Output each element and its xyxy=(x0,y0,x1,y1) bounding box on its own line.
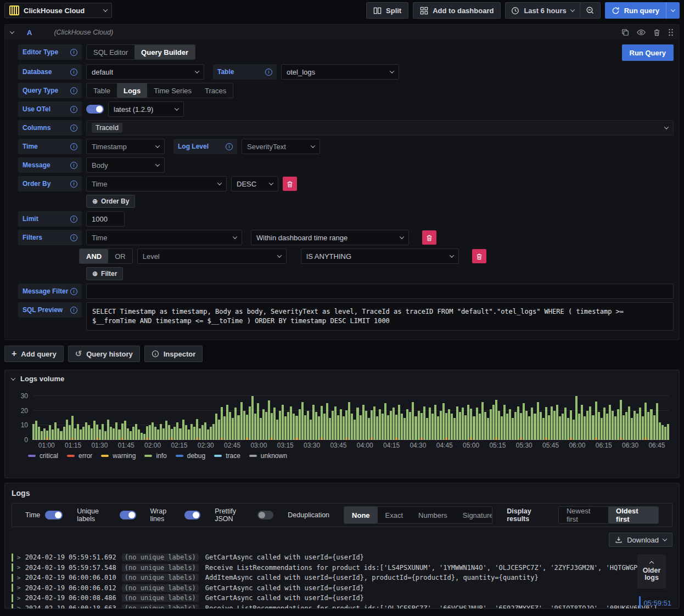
log-volume-bar[interactable] xyxy=(445,413,447,440)
log-volume-bar[interactable] xyxy=(193,427,195,440)
expand-log-icon[interactable]: > xyxy=(17,574,21,581)
log-volume-bar[interactable] xyxy=(240,402,243,440)
log-volume-bar[interactable] xyxy=(199,428,201,440)
log-volume-bar[interactable] xyxy=(603,408,605,440)
log-volume-bar[interactable] xyxy=(656,403,658,440)
legend-item-warning[interactable]: warning xyxy=(101,452,136,460)
log-volume-bar[interactable] xyxy=(476,408,478,440)
add-to-dashboard-button[interactable]: Add to dashboard xyxy=(413,2,501,19)
log-volume-bar[interactable] xyxy=(60,431,62,440)
expand-log-icon[interactable]: > xyxy=(17,604,21,609)
info-icon[interactable] xyxy=(70,288,77,295)
use-otel-toggle[interactable] xyxy=(86,105,104,114)
log-volume-bar[interactable] xyxy=(121,423,124,440)
log-volume-bar[interactable] xyxy=(127,428,129,440)
log-volume-bar[interactable] xyxy=(631,418,633,440)
log-volume-bar[interactable] xyxy=(212,424,215,440)
log-volume-bar[interactable] xyxy=(118,429,120,440)
log-volume-bar[interactable] xyxy=(188,429,190,440)
signature-option[interactable]: Signature xyxy=(455,507,492,523)
legend-item-trace[interactable]: trace xyxy=(214,452,240,460)
time-range-picker[interactable]: Last 6 hours xyxy=(506,3,579,18)
info-icon[interactable] xyxy=(226,143,233,150)
log-volume-bar[interactable] xyxy=(96,425,98,440)
info-icon[interactable] xyxy=(70,69,77,76)
order-by-direction-select[interactable]: DESC xyxy=(231,176,278,191)
run-query-panel-button[interactable]: Run Query xyxy=(622,44,674,61)
log-volume-bar[interactable] xyxy=(130,431,132,440)
log-volume-bar[interactable] xyxy=(429,408,431,440)
prettify-json-toggle[interactable] xyxy=(257,511,273,519)
split-button[interactable]: Split xyxy=(366,2,408,19)
log-volume-bar[interactable] xyxy=(215,414,217,440)
log-volume-bar[interactable] xyxy=(373,406,375,440)
log-volume-bar[interactable] xyxy=(540,412,542,440)
query-history-button[interactable]: ↺ Query history xyxy=(68,346,140,362)
log-volume-bar[interactable] xyxy=(218,420,220,440)
log-volume-bar[interactable] xyxy=(102,424,104,440)
log-volume-bar[interactable] xyxy=(168,425,170,440)
log-volume-bar[interactable] xyxy=(304,415,306,440)
log-volume-bar[interactable] xyxy=(74,428,76,440)
column-chip[interactable]: TraceId xyxy=(92,123,122,133)
log-volume-bar[interactable] xyxy=(601,418,603,440)
log-volume-bar[interactable] xyxy=(337,415,339,440)
logs-option[interactable]: Logs xyxy=(117,83,147,98)
log-volume-bar[interactable] xyxy=(249,406,251,440)
log-volume-bar[interactable] xyxy=(63,427,65,440)
log-volume-bar[interactable] xyxy=(573,420,575,440)
logs-volume-chart[interactable]: 0102030 xyxy=(32,392,669,440)
log-volume-bar[interactable] xyxy=(481,402,484,440)
log-volume-bar[interactable] xyxy=(639,408,641,440)
log-volume-bar[interactable] xyxy=(575,396,578,440)
log-volume-bar[interactable] xyxy=(376,416,378,440)
log-volume-bar[interactable] xyxy=(113,428,115,440)
log-volume-bar[interactable] xyxy=(135,424,137,440)
log-volume-bar[interactable] xyxy=(462,408,464,440)
log-volume-bar[interactable] xyxy=(368,418,370,440)
log-volume-bar[interactable] xyxy=(351,414,353,440)
log-volume-bar[interactable] xyxy=(559,416,561,440)
log-volume-bar[interactable] xyxy=(421,413,423,440)
log-volume-bar[interactable] xyxy=(661,425,664,440)
collapse-logs-volume-icon[interactable] xyxy=(11,376,15,380)
log-volume-bar[interactable] xyxy=(501,416,503,440)
add-order-by-button[interactable]: ⊕ Order By xyxy=(86,195,135,208)
datasource-picker[interactable]: ClickHouse Cloud xyxy=(4,3,112,18)
log-volume-bar[interactable] xyxy=(132,427,134,440)
log-volume-bar[interactable] xyxy=(221,407,223,440)
info-icon[interactable] xyxy=(70,143,77,150)
info-icon[interactable] xyxy=(70,234,77,241)
zoom-out-time-button[interactable] xyxy=(580,3,600,18)
filter-field-select[interactable]: Time xyxy=(86,230,242,245)
log-volume-bar[interactable] xyxy=(237,415,239,440)
legend-item-unknown[interactable]: unknown xyxy=(249,452,287,460)
sub-filter-field-select[interactable]: Level xyxy=(137,248,287,264)
log-volume-bar[interactable] xyxy=(46,431,48,440)
log-volume-bar[interactable] xyxy=(82,427,85,440)
message-column-select[interactable]: Body xyxy=(86,157,165,173)
log-volume-bar[interactable] xyxy=(403,418,406,440)
or-option[interactable]: OR xyxy=(108,249,132,263)
log-volume-bar[interactable] xyxy=(182,420,184,440)
log-volume-bar[interactable] xyxy=(644,403,647,440)
log-volume-bar[interactable] xyxy=(257,403,259,440)
remove-sub-filter-button[interactable] xyxy=(472,249,486,263)
unique-labels-toggle[interactable] xyxy=(120,511,136,519)
log-row[interactable]: >2024-02-19 06:00:18.663(no unique label… xyxy=(12,603,672,609)
info-icon[interactable] xyxy=(265,69,272,76)
log-volume-bar[interactable] xyxy=(589,406,591,440)
log-volume-bar[interactable] xyxy=(437,416,439,440)
legend-item-error[interactable]: error xyxy=(67,452,92,460)
log-volume-bar[interactable] xyxy=(190,424,193,440)
log-volume-bar[interactable] xyxy=(664,427,666,440)
query-header[interactable]: A (ClickHouse Cloud) xyxy=(5,25,679,40)
drag-handle-icon[interactable] xyxy=(668,29,674,36)
expand-log-icon[interactable]: > xyxy=(17,564,21,571)
log-volume-bar[interactable] xyxy=(647,412,649,440)
log-volume-bar[interactable] xyxy=(636,414,638,440)
log-volume-bar[interactable] xyxy=(512,418,514,440)
log-volume-bar[interactable] xyxy=(185,425,187,440)
sql-editor-option[interactable]: SQL Editor xyxy=(87,45,134,59)
filter-operator-select[interactable]: Within dashboard time range xyxy=(251,230,409,245)
